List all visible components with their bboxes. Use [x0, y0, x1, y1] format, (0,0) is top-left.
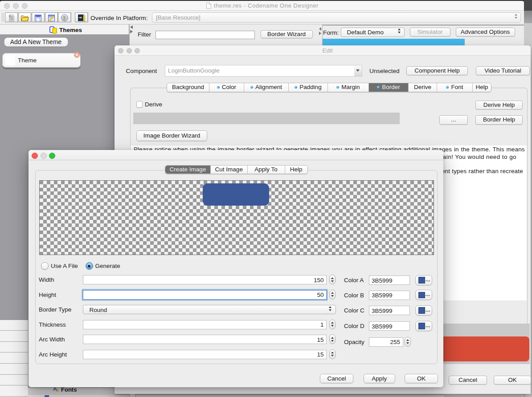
- svg-text:a: a: [56, 388, 59, 392]
- svg-text:?: ?: [63, 15, 65, 21]
